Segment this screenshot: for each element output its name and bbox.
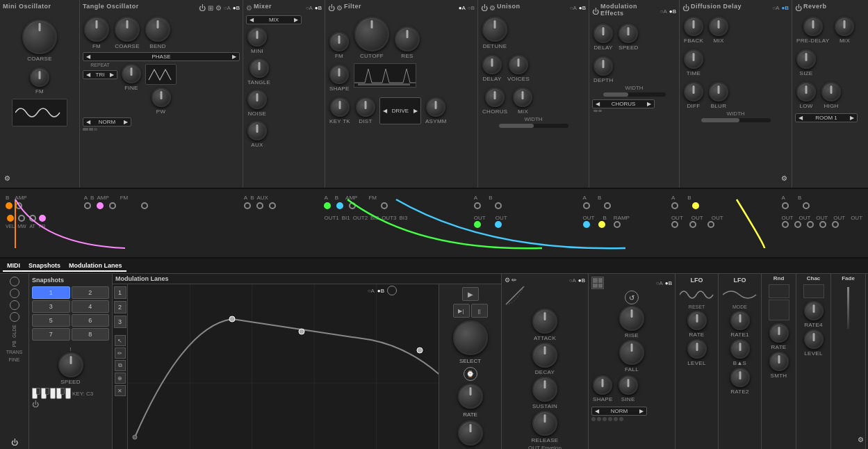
- modeff-out-output[interactable]: [583, 221, 590, 228]
- diffdel-out2-output[interactable]: [689, 221, 696, 228]
- filter-fm-input[interactable]: [381, 202, 388, 209]
- unison-width-slider[interactable]: [499, 124, 568, 128]
- lane-2-btn[interactable]: 2: [114, 301, 126, 313]
- diffdel-time-knob[interactable]: TIME: [684, 49, 703, 76]
- reverb-high-knob[interactable]: HIGH: [821, 82, 841, 109]
- ramp-fall-knob[interactable]: FALL: [593, 340, 671, 373]
- tool-pencil-icon[interactable]: ✏: [115, 348, 126, 359]
- snapshot-2-btn[interactable]: 2: [72, 286, 110, 299]
- diffdel-out1-output[interactable]: [671, 221, 678, 228]
- modeff-chorus-selector[interactable]: ◀CHORUS▶: [592, 99, 655, 108]
- reverb-power-icon[interactable]: ⏻: [795, 4, 802, 12]
- tab-mod-lanes[interactable]: Modulation Lanes: [65, 261, 126, 272]
- filter-a-output[interactable]: [324, 202, 331, 209]
- tangle-a-btn[interactable]: ○A: [224, 5, 231, 11]
- reverb-a-output[interactable]: [782, 202, 789, 209]
- mini-osc-at-input[interactable]: [29, 215, 36, 222]
- mixer-tangle-knob[interactable]: TANGLE: [247, 58, 270, 85]
- filter-dist-knob[interactable]: DIST: [356, 97, 375, 124]
- tangle-a-output[interactable]: [84, 202, 91, 209]
- ramp-rise-knob[interactable]: RISE: [593, 306, 671, 338]
- tangle-b-output[interactable]: [97, 202, 104, 209]
- unison-delay-knob[interactable]: DELAY: [482, 55, 502, 82]
- snapshot-3-btn[interactable]: 3: [32, 300, 70, 313]
- unison-gear-icon[interactable]: ⚙: [489, 4, 496, 12]
- tangle-fine-knob[interactable]: FINE: [122, 64, 141, 115]
- filter-drive-selector[interactable]: ◀DRIVE▶: [379, 97, 421, 124]
- diffdel-a-output[interactable]: [671, 202, 678, 209]
- lfo2-rate1-knob[interactable]: RATE1: [723, 311, 757, 338]
- tangle-phase-selector[interactable]: ◀PHASE▶: [83, 52, 240, 61]
- env-b-btn[interactable]: ●B: [578, 277, 585, 284]
- modeff-b-btn[interactable]: ●B: [669, 8, 676, 15]
- ramp-a-btn[interactable]: ○A: [656, 280, 663, 286]
- filter-power-icon[interactable]: ⏻: [328, 4, 335, 12]
- mixer-aux-knob[interactable]: AUX: [247, 121, 267, 148]
- diffdel-gear-icon[interactable]: ⚙: [781, 174, 787, 182]
- mixer-b-btn[interactable]: ●B: [315, 5, 322, 11]
- env-gear-icon[interactable]: ⚙: [505, 277, 510, 284]
- tangle-coarse-knob[interactable]: COARSE: [115, 17, 140, 49]
- diffdel-power-icon[interactable]: ⏻: [682, 4, 689, 12]
- chac-level3-knob[interactable]: LEVEL: [799, 329, 828, 357]
- snapshot-8-btn[interactable]: 8: [72, 328, 110, 341]
- filter-asymm-knob[interactable]: ASYMM: [425, 97, 447, 124]
- mixer-mix-selector[interactable]: ◀MIX▶: [246, 15, 302, 24]
- unison-chorus-knob[interactable]: CHORUS: [482, 88, 507, 115]
- env-a-btn[interactable]: ○A: [569, 277, 576, 284]
- tangle-gear-icon[interactable]: ⚙: [215, 4, 222, 12]
- modeff-width-slider[interactable]: [603, 92, 666, 97]
- loop1-btn[interactable]: ▶|: [453, 304, 470, 318]
- mixer-aux-output[interactable]: [269, 202, 276, 209]
- tangle-repeat-selector[interactable]: ◀TRI▶: [83, 70, 117, 79]
- modeff-a-output[interactable]: [583, 202, 590, 209]
- rnd-smth-knob[interactable]: SMTH: [764, 352, 793, 379]
- mixer-a-btn[interactable]: ○A: [306, 5, 313, 11]
- unison-a-output[interactable]: [474, 202, 481, 209]
- snapshot-6-btn[interactable]: 6: [72, 314, 110, 327]
- modeff-a-btn[interactable]: ○A: [660, 8, 667, 15]
- filter-amp-output[interactable]: [349, 202, 356, 209]
- diffdel-b-btn[interactable]: ●B: [781, 5, 789, 11]
- mini-osc-pb-input[interactable]: [39, 215, 46, 222]
- reverb-out5[interactable]: [832, 221, 839, 228]
- unison-voices-knob[interactable]: VOICES: [507, 55, 530, 82]
- tangle-pw-knob[interactable]: PW: [152, 88, 171, 115]
- unison-detune-knob[interactable]: DETUNE: [482, 17, 507, 49]
- snapshot-4-btn[interactable]: 4: [72, 300, 110, 313]
- ramp-gear-icon[interactable]: ⚙: [858, 436, 864, 443]
- rate-knob[interactable]: [458, 384, 483, 409]
- filter-a-btn[interactable]: ●A: [459, 5, 466, 11]
- mini-osc-mw-input[interactable]: [18, 215, 25, 222]
- tangle-fm-knob[interactable]: FM: [84, 17, 109, 49]
- env-edit-icon[interactable]: ✏: [511, 277, 517, 284]
- midi-power-icon[interactable]: ⏻: [11, 439, 18, 446]
- tool-copy-icon[interactable]: ⧉: [115, 360, 126, 371]
- diffdel-width-slider[interactable]: [701, 118, 771, 122]
- ramp-norm-selector[interactable]: ◀NORM▶: [591, 407, 647, 416]
- unison-out1-output[interactable]: [474, 221, 481, 228]
- mixer-noise-knob[interactable]: NOISE: [247, 90, 267, 117]
- snapshots-power-icon[interactable]: ⏻: [32, 400, 109, 408]
- modeff-ramp-out[interactable]: [614, 221, 621, 228]
- mini-osc-coarse-knob[interactable]: COARSE: [22, 19, 57, 62]
- unison-out2-output[interactable]: [495, 221, 502, 228]
- gear-icon[interactable]: ⚙: [4, 174, 10, 182]
- loop2-btn[interactable]: ||: [471, 304, 488, 318]
- midi-btn-4[interactable]: [10, 312, 19, 322]
- reverb-size-knob[interactable]: SIZE: [796, 49, 816, 76]
- filter-b-output[interactable]: [336, 202, 343, 209]
- modeff-depth-knob[interactable]: DEPTH: [593, 56, 614, 83]
- lane-1-btn[interactable]: 1: [114, 286, 126, 299]
- play-btn[interactable]: ▶: [462, 287, 479, 301]
- env-attack-knob[interactable]: ATTACK: [506, 309, 584, 341]
- lane-3-btn[interactable]: 3: [114, 316, 126, 328]
- filter-cutoff-knob[interactable]: CUTOFF: [354, 17, 389, 59]
- diffdel-a-btn[interactable]: ○A: [772, 5, 779, 11]
- env-decay-knob[interactable]: DECAY: [506, 343, 584, 375]
- snapshot-7-btn[interactable]: 7: [32, 328, 70, 341]
- lfo1-rate-knob[interactable]: RATE: [680, 311, 714, 338]
- unison-power-icon[interactable]: ⏻: [481, 4, 488, 12]
- snapshot-1-btn[interactable]: 1: [32, 286, 70, 299]
- tangle-norm-selector[interactable]: ◀NORM▶: [83, 117, 131, 126]
